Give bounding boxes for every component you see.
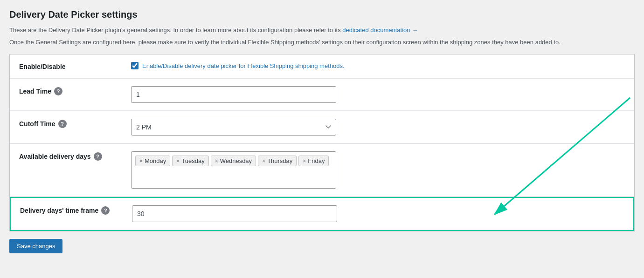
available-days-setting: Available delivery days ? ×Monday×Tuesda…	[10, 144, 634, 197]
enable-disable-checkbox-label: Enable/Disable delivery date picker for …	[142, 62, 345, 69]
time-frame-label: Delivery days' time frame ?	[20, 205, 132, 215]
delivery-day-tag[interactable]: ×Tuesday	[172, 156, 208, 166]
tag-remove-icon[interactable]: ×	[303, 158, 306, 164]
cutoff-time-label: Cutoff Time ?	[19, 119, 131, 128]
cutoff-time-setting: Cutoff Time ? Disabled12 AM1 AM2 AM3 AM4…	[10, 111, 634, 143]
enable-disable-checkbox-row: Enable/Disable delivery date picker for …	[131, 62, 345, 69]
available-days-row: Available delivery days ? ×Monday×Tuesda…	[10, 144, 634, 197]
time-frame-help-icon: ?	[101, 206, 110, 215]
time-frame-row: Delivery days' time frame ?	[10, 197, 634, 231]
available-days-tags[interactable]: ×Monday×Tuesday×Wednesday×Thursday×Frida…	[131, 151, 336, 189]
page-title: Delivery Date Picker settings	[9, 9, 635, 20]
lead-time-setting: Lead Time ?	[10, 79, 634, 111]
available-days-help-icon: ?	[94, 152, 102, 161]
cutoff-time-value: Disabled12 AM1 AM2 AM3 AM4 AM5 AM6 AM7 A…	[131, 119, 625, 136]
settings-wrapper: Enable/Disable Enable/Disable delivery d…	[9, 54, 635, 231]
documentation-link[interactable]: dedicated documentation →	[342, 27, 418, 34]
lead-time-help-icon: ?	[54, 87, 62, 95]
cutoff-time-select[interactable]: Disabled12 AM1 AM2 AM3 AM4 AM5 AM6 AM7 A…	[131, 119, 336, 136]
delivery-day-tag[interactable]: ×Monday	[135, 156, 170, 166]
time-frame-input[interactable]	[132, 205, 337, 222]
available-days-value: ×Monday×Tuesday×Wednesday×Thursday×Frida…	[131, 151, 625, 189]
tag-remove-icon[interactable]: ×	[139, 158, 143, 164]
enable-disable-checkbox[interactable]	[131, 62, 138, 69]
lead-time-label: Lead Time ?	[19, 86, 131, 95]
time-frame-setting: Delivery days' time frame ?	[11, 198, 633, 230]
enable-disable-value: Enable/Disable delivery date picker for …	[131, 62, 625, 69]
delivery-day-tag[interactable]: ×Wednesday	[211, 156, 256, 166]
cutoff-time-help-icon: ?	[58, 120, 67, 128]
tag-remove-icon[interactable]: ×	[176, 158, 180, 164]
description-2: Once the General Settings are configured…	[9, 38, 635, 47]
tag-remove-icon[interactable]: ×	[262, 158, 265, 164]
enable-disable-row: Enable/Disable Enable/Disable delivery d…	[10, 54, 634, 79]
time-frame-value	[132, 205, 624, 222]
description-1: These are the Delivery Date Picker plugi…	[9, 26, 635, 35]
enable-disable-label: Enable/Disable	[19, 62, 131, 70]
enable-disable-setting: Enable/Disable Enable/Disable delivery d…	[10, 54, 634, 78]
tag-remove-icon[interactable]: ×	[215, 158, 218, 164]
delivery-day-tag[interactable]: ×Friday	[298, 156, 329, 166]
cutoff-time-row: Cutoff Time ? Disabled12 AM1 AM2 AM3 AM4…	[10, 111, 634, 144]
lead-time-input[interactable]	[131, 86, 336, 103]
bottom-actions: Save changes	[9, 239, 635, 253]
save-button[interactable]: Save changes	[9, 239, 62, 253]
available-days-label: Available delivery days ?	[19, 151, 131, 161]
page-container: Delivery Date Picker settings These are …	[0, 0, 644, 278]
lead-time-value	[131, 86, 625, 103]
delivery-day-tag[interactable]: ×Thursday	[258, 156, 297, 166]
lead-time-row: Lead Time ?	[10, 79, 634, 111]
